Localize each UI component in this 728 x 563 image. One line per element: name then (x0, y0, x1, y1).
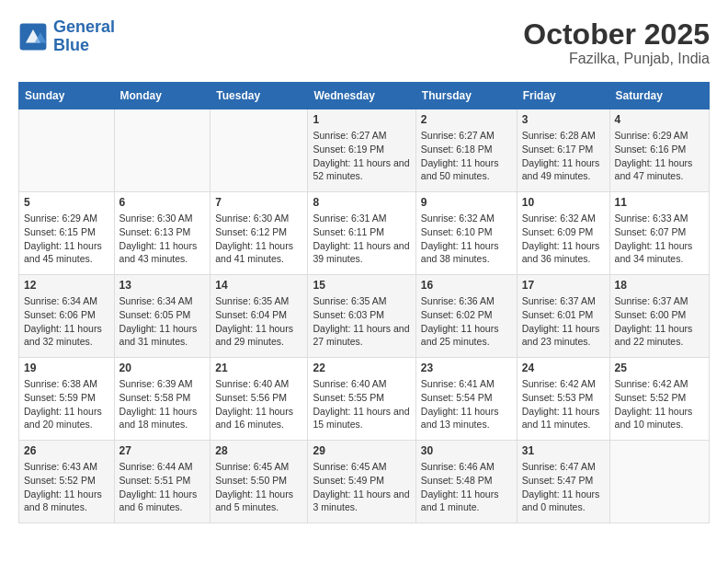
day-number: 16 (421, 279, 512, 292)
logo-blue: Blue (53, 36, 89, 54)
calendar-cell: 25Sunrise: 6:42 AM Sunset: 5:52 PM Dayli… (609, 358, 709, 441)
day-info: Sunrise: 6:39 AM Sunset: 5:58 PM Dayligh… (119, 377, 206, 431)
day-info: Sunrise: 6:30 AM Sunset: 6:13 PM Dayligh… (119, 212, 206, 266)
day-number: 3 (522, 113, 605, 126)
day-info: Sunrise: 6:27 AM Sunset: 6:19 PM Dayligh… (313, 129, 410, 183)
page-title: October 2025 (523, 18, 710, 51)
day-number: 26 (24, 444, 109, 457)
day-number: 22 (313, 362, 410, 374)
day-info: Sunrise: 6:27 AM Sunset: 6:18 PM Dayligh… (421, 129, 512, 183)
calendar-cell: 5Sunrise: 6:29 AM Sunset: 6:15 PM Daylig… (19, 192, 115, 275)
day-number: 12 (24, 279, 109, 292)
calendar-cell: 19Sunrise: 6:38 AM Sunset: 5:59 PM Dayli… (19, 358, 115, 441)
day-number: 18 (615, 279, 704, 292)
day-info: Sunrise: 6:35 AM Sunset: 6:04 PM Dayligh… (215, 294, 302, 349)
day-number: 20 (119, 362, 206, 374)
day-number: 23 (421, 362, 512, 374)
day-info: Sunrise: 6:44 AM Sunset: 5:51 PM Dayligh… (119, 460, 206, 514)
day-number: 30 (421, 444, 512, 457)
week-row-5: 26Sunrise: 6:43 AM Sunset: 5:52 PM Dayli… (19, 441, 710, 523)
week-row-3: 12Sunrise: 6:34 AM Sunset: 6:06 PM Dayli… (19, 275, 710, 358)
calendar-cell: 13Sunrise: 6:34 AM Sunset: 6:05 PM Dayli… (114, 275, 210, 358)
page-subtitle: Fazilka, Punjab, India (523, 51, 710, 67)
day-number: 11 (615, 196, 704, 209)
day-number: 27 (119, 444, 206, 457)
day-number: 2 (421, 113, 512, 126)
day-number: 28 (215, 444, 302, 457)
logo: General Blue (18, 18, 115, 55)
calendar-table: SundayMondayTuesdayWednesdayThursdayFrid… (18, 82, 710, 523)
calendar-cell: 9Sunrise: 6:32 AM Sunset: 6:10 PM Daylig… (415, 192, 517, 275)
weekday-header-monday: Monday (114, 83, 210, 109)
day-number: 8 (313, 196, 410, 209)
day-number: 25 (615, 362, 704, 374)
week-row-1: 1Sunrise: 6:27 AM Sunset: 6:19 PM Daylig… (19, 109, 710, 192)
day-number: 15 (313, 279, 410, 292)
day-info: Sunrise: 6:42 AM Sunset: 5:53 PM Dayligh… (522, 377, 605, 431)
day-info: Sunrise: 6:43 AM Sunset: 5:52 PM Dayligh… (24, 460, 109, 514)
day-info: Sunrise: 6:30 AM Sunset: 6:12 PM Dayligh… (215, 212, 302, 266)
day-info: Sunrise: 6:45 AM Sunset: 5:50 PM Dayligh… (215, 460, 302, 514)
day-info: Sunrise: 6:37 AM Sunset: 6:00 PM Dayligh… (615, 294, 704, 349)
day-number: 31 (522, 444, 605, 457)
day-info: Sunrise: 6:35 AM Sunset: 6:03 PM Dayligh… (313, 294, 410, 349)
calendar-cell: 11Sunrise: 6:33 AM Sunset: 6:07 PM Dayli… (609, 192, 709, 275)
calendar-cell: 7Sunrise: 6:30 AM Sunset: 6:12 PM Daylig… (210, 192, 308, 275)
calendar-cell (210, 109, 308, 192)
calendar-cell: 10Sunrise: 6:32 AM Sunset: 6:09 PM Dayli… (517, 192, 609, 275)
day-number: 17 (522, 279, 605, 292)
calendar-cell: 17Sunrise: 6:37 AM Sunset: 6:01 PM Dayli… (517, 275, 609, 358)
calendar-cell: 29Sunrise: 6:45 AM Sunset: 5:49 PM Dayli… (308, 441, 415, 523)
day-info: Sunrise: 6:29 AM Sunset: 6:15 PM Dayligh… (24, 212, 109, 266)
weekday-header-wednesday: Wednesday (308, 83, 415, 109)
day-number: 24 (522, 362, 605, 374)
weekday-header-tuesday: Tuesday (210, 83, 308, 109)
week-row-2: 5Sunrise: 6:29 AM Sunset: 6:15 PM Daylig… (19, 192, 710, 275)
day-number: 10 (522, 196, 605, 209)
day-number: 9 (421, 196, 512, 209)
day-info: Sunrise: 6:33 AM Sunset: 6:07 PM Dayligh… (615, 212, 704, 266)
calendar-cell: 1Sunrise: 6:27 AM Sunset: 6:19 PM Daylig… (308, 109, 415, 192)
day-info: Sunrise: 6:46 AM Sunset: 5:48 PM Dayligh… (421, 460, 512, 514)
day-info: Sunrise: 6:40 AM Sunset: 5:55 PM Dayligh… (313, 377, 410, 431)
day-info: Sunrise: 6:40 AM Sunset: 5:56 PM Dayligh… (215, 377, 302, 431)
day-number: 5 (24, 196, 109, 209)
day-info: Sunrise: 6:34 AM Sunset: 6:06 PM Dayligh… (24, 294, 109, 349)
logo-general: General (53, 17, 115, 36)
weekday-header-sunday: Sunday (19, 83, 115, 109)
weekday-header-thursday: Thursday (415, 83, 517, 109)
calendar-cell: 15Sunrise: 6:35 AM Sunset: 6:03 PM Dayli… (308, 275, 415, 358)
week-row-4: 19Sunrise: 6:38 AM Sunset: 5:59 PM Dayli… (19, 358, 710, 441)
calendar-cell: 31Sunrise: 6:47 AM Sunset: 5:47 PM Dayli… (517, 441, 609, 523)
day-number: 4 (615, 113, 704, 126)
day-number: 21 (215, 362, 302, 374)
weekday-header-saturday: Saturday (609, 83, 709, 109)
day-number: 7 (215, 196, 302, 209)
logo-icon (18, 22, 48, 52)
day-info: Sunrise: 6:37 AM Sunset: 6:01 PM Dayligh… (522, 294, 605, 349)
day-info: Sunrise: 6:38 AM Sunset: 5:59 PM Dayligh… (24, 377, 109, 431)
title-block: October 2025 Fazilka, Punjab, India (523, 18, 710, 67)
calendar-cell: 28Sunrise: 6:45 AM Sunset: 5:50 PM Dayli… (210, 441, 308, 523)
day-info: Sunrise: 6:32 AM Sunset: 6:09 PM Dayligh… (522, 212, 605, 266)
day-info: Sunrise: 6:42 AM Sunset: 5:52 PM Dayligh… (615, 377, 704, 431)
calendar-cell: 23Sunrise: 6:41 AM Sunset: 5:54 PM Dayli… (415, 358, 517, 441)
day-number: 19 (24, 362, 109, 374)
day-number: 14 (215, 279, 302, 292)
calendar-cell (114, 109, 210, 192)
calendar-cell: 24Sunrise: 6:42 AM Sunset: 5:53 PM Dayli… (517, 358, 609, 441)
calendar-cell: 2Sunrise: 6:27 AM Sunset: 6:18 PM Daylig… (415, 109, 517, 192)
calendar-cell: 16Sunrise: 6:36 AM Sunset: 6:02 PM Dayli… (415, 275, 517, 358)
calendar-cell: 18Sunrise: 6:37 AM Sunset: 6:00 PM Dayli… (609, 275, 709, 358)
calendar-cell: 3Sunrise: 6:28 AM Sunset: 6:17 PM Daylig… (517, 109, 609, 192)
calendar-cell: 14Sunrise: 6:35 AM Sunset: 6:04 PM Dayli… (210, 275, 308, 358)
day-info: Sunrise: 6:45 AM Sunset: 5:49 PM Dayligh… (313, 460, 410, 514)
calendar-cell: 6Sunrise: 6:30 AM Sunset: 6:13 PM Daylig… (114, 192, 210, 275)
day-number: 13 (119, 279, 206, 292)
page-header: General Blue October 2025 Fazilka, Punja… (18, 18, 710, 67)
calendar-cell: 22Sunrise: 6:40 AM Sunset: 5:55 PM Dayli… (308, 358, 415, 441)
calendar-cell: 20Sunrise: 6:39 AM Sunset: 5:58 PM Dayli… (114, 358, 210, 441)
day-info: Sunrise: 6:36 AM Sunset: 6:02 PM Dayligh… (421, 294, 512, 349)
weekday-header-friday: Friday (517, 83, 609, 109)
calendar-cell: 27Sunrise: 6:44 AM Sunset: 5:51 PM Dayli… (114, 441, 210, 523)
